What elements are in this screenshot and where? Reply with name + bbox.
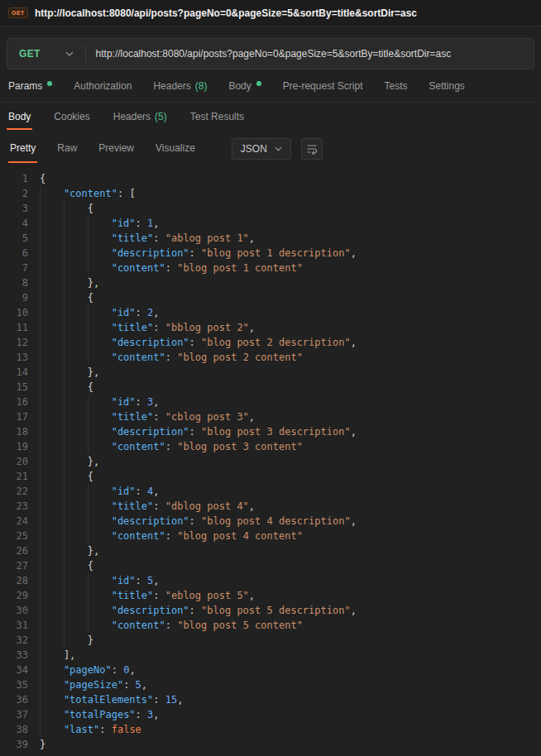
line-number: 8 bbox=[0, 275, 28, 290]
format-dropdown[interactable]: JSON bbox=[232, 138, 291, 160]
indent-guide bbox=[88, 499, 112, 514]
params-dot bbox=[47, 81, 52, 86]
view-tab-visualize[interactable]: Visualize bbox=[154, 135, 197, 163]
code-line: 17"title": "cblog post 3", bbox=[0, 409, 541, 424]
wrap-lines-button[interactable] bbox=[301, 138, 323, 160]
line-number: 36 bbox=[0, 692, 28, 707]
code-line: 12"description": "blog post 2 descriptio… bbox=[0, 335, 541, 350]
line-number: 33 bbox=[0, 648, 28, 663]
line-number: 15 bbox=[0, 380, 28, 395]
code-text: } bbox=[40, 737, 45, 752]
code-line: 22"id": 4, bbox=[0, 484, 541, 499]
indent-guide bbox=[88, 320, 112, 335]
code-text: "content": "blog post 3 content" bbox=[40, 439, 303, 454]
code-text: } bbox=[40, 633, 93, 648]
indent-guide bbox=[64, 618, 88, 633]
tab-label: Pre-request Script bbox=[283, 80, 363, 92]
tab-headers[interactable]: Headers(8) bbox=[153, 80, 207, 92]
response-tab-body[interactable]: Body bbox=[7, 103, 32, 130]
response-body-editor[interactable]: 1{2"content": [3{4"id": 1,5"title": "abl… bbox=[0, 167, 541, 756]
code-line: 2"content": [ bbox=[0, 186, 541, 201]
indent-guide bbox=[64, 469, 88, 484]
view-tab-raw[interactable]: Raw bbox=[55, 135, 79, 163]
line-number: 31 bbox=[0, 618, 28, 633]
indent-guide bbox=[64, 395, 88, 409]
indent-guide bbox=[64, 603, 88, 618]
window-tab-bar: GET http://localhost:8080/api/posts?page… bbox=[0, 0, 541, 26]
line-number: 34 bbox=[0, 663, 28, 677]
indent-guide bbox=[40, 663, 64, 677]
indent-guide bbox=[64, 305, 88, 320]
indent-guide bbox=[64, 514, 88, 529]
code-text: "content": [ bbox=[40, 186, 136, 201]
code-line: 13"content": "blog post 2 content" bbox=[0, 350, 541, 365]
code-line: 33], bbox=[0, 648, 541, 663]
code-line: 6"description": "blog post 1 description… bbox=[0, 246, 541, 261]
url-input[interactable] bbox=[86, 39, 534, 69]
line-number: 19 bbox=[0, 439, 28, 454]
code-line: 26}, bbox=[0, 543, 541, 558]
tab-tests[interactable]: Tests bbox=[384, 80, 407, 92]
view-tab-pretty[interactable]: Pretty bbox=[8, 135, 37, 163]
line-number: 26 bbox=[0, 543, 28, 558]
indent-guide bbox=[64, 216, 88, 231]
code-line: 36"totalElements": 15, bbox=[0, 692, 541, 707]
code-line: 23"title": "dblog post 4", bbox=[0, 499, 541, 514]
view-tab-preview[interactable]: Preview bbox=[97, 135, 136, 163]
code-line: 8}, bbox=[0, 275, 541, 290]
indent-guide bbox=[40, 722, 64, 737]
indent-guide bbox=[40, 380, 64, 395]
code-text: "id": 4, bbox=[40, 484, 160, 499]
line-number: 17 bbox=[0, 409, 28, 424]
chevron-down-icon bbox=[65, 51, 74, 56]
indent-guide bbox=[88, 216, 112, 231]
tab-pre-request-script[interactable]: Pre-request Script bbox=[283, 80, 363, 92]
line-number: 25 bbox=[0, 529, 28, 543]
tab-settings[interactable]: Settings bbox=[429, 80, 465, 92]
method-label: GET bbox=[19, 48, 41, 60]
request-tab-title: http://localhost:8080/api/posts?pageNo=0… bbox=[35, 7, 417, 19]
code-text: { bbox=[40, 201, 93, 216]
tab-authorization[interactable]: Authorization bbox=[74, 80, 132, 92]
line-number: 11 bbox=[0, 320, 28, 335]
headers-count: (8) bbox=[195, 80, 208, 92]
indent-guide bbox=[88, 588, 112, 603]
code-line: 7"content": "blog post 1 content" bbox=[0, 261, 541, 275]
code-text: "totalElements": 15, bbox=[40, 692, 183, 707]
indent-guide bbox=[88, 409, 112, 424]
indent-guide bbox=[40, 350, 64, 365]
indent-guide bbox=[88, 424, 112, 439]
tab-label: Body bbox=[8, 111, 31, 122]
code-line: 4"id": 1, bbox=[0, 216, 541, 231]
line-number: 39 bbox=[0, 737, 28, 752]
code-line: 20}, bbox=[0, 454, 541, 469]
code-line: 16"id": 3, bbox=[0, 395, 541, 409]
indent-guide bbox=[64, 439, 88, 454]
indent-guide bbox=[88, 335, 112, 350]
indent-guide bbox=[64, 380, 88, 395]
response-tab-test-results[interactable]: Test Results bbox=[189, 103, 246, 130]
indent-guide bbox=[40, 529, 64, 543]
body-dot bbox=[256, 81, 261, 86]
response-tab-headers[interactable]: Headers(5) bbox=[112, 103, 169, 130]
indent-guide bbox=[40, 201, 64, 216]
code-line: 29"title": "eblog post 5", bbox=[0, 588, 541, 603]
indent-guide bbox=[64, 365, 88, 380]
tab-label: Authorization bbox=[74, 80, 132, 92]
indent-guide bbox=[40, 261, 64, 275]
tab-label: Cookies bbox=[54, 111, 89, 122]
indent-guide bbox=[64, 454, 88, 469]
indent-guide bbox=[40, 395, 64, 409]
code-text: "id": 5, bbox=[40, 573, 160, 588]
indent-guide bbox=[40, 499, 64, 514]
code-line: 28"id": 5, bbox=[0, 573, 541, 588]
response-tab-cookies[interactable]: Cookies bbox=[52, 103, 91, 130]
tab-params[interactable]: Params bbox=[8, 80, 52, 92]
request-tab[interactable]: GET http://localhost:8080/api/posts?page… bbox=[8, 7, 417, 19]
method-selector[interactable]: GET bbox=[7, 39, 85, 69]
tab-body[interactable]: Body bbox=[228, 80, 261, 92]
code-line: 37"totalPages": 3, bbox=[0, 707, 541, 722]
line-number: 12 bbox=[0, 335, 28, 350]
indent-guide bbox=[40, 558, 64, 573]
response-tabs: Body Cookies Headers(5) Test Results bbox=[0, 103, 541, 131]
